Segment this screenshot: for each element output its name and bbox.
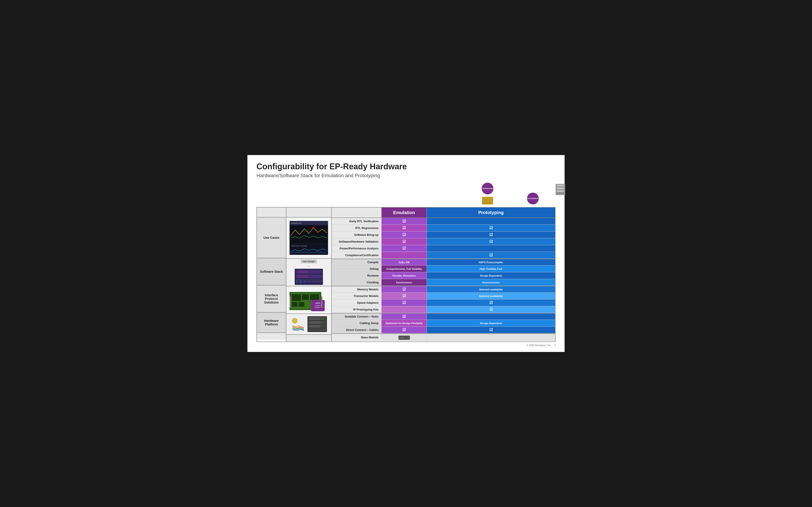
emulation-cell (382, 306, 427, 313)
svg-point-64 (408, 337, 409, 338)
img-header (286, 208, 331, 218)
emulation-badge-area: ZeBu SoftwareEmulation (465, 183, 510, 207)
svg-rect-26 (296, 279, 322, 283)
svg-rect-55 (309, 317, 320, 320)
svg-rect-46 (321, 296, 322, 308)
feature-name: Cabling Setup (332, 320, 382, 326)
svg-rect-29 (310, 271, 321, 273)
table-row: Base Module (332, 333, 555, 341)
svg-rect-36 (292, 294, 301, 301)
img-ips: HAPS CONNECT MEMBER (286, 286, 331, 314)
prototyping-col-header: Prototyping (427, 208, 555, 218)
table-row: Clocking Synchronous Asynchronous (332, 279, 555, 286)
cat-software-stack: Software Stack (257, 258, 286, 285)
svg-rect-45 (290, 296, 291, 308)
slide-title: Configurability for EP-Ready Hardware (256, 162, 556, 171)
category-column: Use Cases Software Stack Interface Proto… (257, 208, 286, 342)
svg-rect-28 (297, 275, 309, 278)
prototyping-cell: HAPS Protocompiler (427, 259, 555, 265)
prototyping-cell: High Visibility, Fast (427, 266, 555, 272)
cat-base (257, 333, 286, 340)
emulation-badge: ZeBu SoftwareEmulation (482, 183, 494, 194)
svg-rect-38 (310, 294, 319, 300)
svg-rect-30 (310, 275, 321, 278)
prototyping-cell (427, 314, 555, 320)
use-cases-img-svg: GeekBench Peak Power Threshold (289, 220, 329, 256)
emulation-cell: Flexible, Relocation (382, 272, 427, 279)
svg-point-58 (321, 318, 322, 319)
feature-name: Software Bring-up (332, 232, 382, 238)
prototyping-cell: ☑ (427, 306, 555, 313)
emulation-cell: Comprehensive, Full Visibility (382, 266, 427, 272)
hw-cables-svg (290, 315, 306, 333)
feature-name: Runtime (332, 272, 382, 279)
svg-point-49 (293, 319, 297, 323)
main-table: Use Cases Software Stack Interface Proto… (256, 207, 556, 342)
feature-name: Power/Performance Analysis (332, 245, 382, 252)
svg-rect-13 (557, 188, 564, 189)
prototyping-cell: Design Dependent (427, 272, 555, 279)
svg-point-19 (312, 227, 314, 229)
svg-rect-57 (309, 325, 320, 328)
emulation-col-header: Emulation (382, 208, 427, 218)
svg-rect-40 (299, 302, 304, 307)
svg-rect-39 (292, 302, 298, 307)
table-row: Runtime Flexible, Relocation Design Depe… (332, 272, 555, 279)
emulation-cell: ☑ (382, 314, 427, 320)
prototyping-hw-image (554, 183, 567, 196)
svg-rect-27 (297, 271, 309, 273)
emulation-cell (382, 252, 427, 259)
svg-rect-12 (557, 185, 564, 186)
cat-hardware-platform: Hardware Platform (257, 313, 286, 333)
svg-rect-37 (302, 294, 309, 300)
prototyping-badge-area: HAPSProtoCompilerPrototyping (510, 183, 556, 207)
cat-header (257, 208, 286, 218)
prototyping-cell (427, 334, 555, 341)
prototyping-badge: HAPSProtoCompilerPrototyping (527, 192, 539, 205)
svg-point-59 (323, 318, 323, 319)
svg-text:CONNECT: CONNECT (314, 305, 321, 306)
svg-text:HAPS: HAPS (315, 302, 320, 304)
table-row: Speed Adaptors ☑ ☑ (332, 299, 555, 306)
table-row: Compliance/Certification ☑ (332, 252, 555, 259)
feature-name: Clocking (332, 279, 382, 286)
img-base (286, 335, 331, 342)
feature-data-area: Emulation Prototyping Early RTL Verifica… (332, 208, 555, 342)
prototyping-cell: Selected availability (427, 286, 555, 292)
table-row: Scalable Connect – Hubs ☑ (332, 313, 555, 320)
table-row: Software Bring-up ☑ ☑ (332, 232, 555, 238)
prototyping-cell: ☑ (427, 327, 555, 333)
emulation-cell: Synchronous (382, 279, 427, 286)
emulation-cell: ☑ (382, 218, 427, 225)
feature-name: Transactor Models (332, 293, 382, 299)
prototyping-cell: Design Dependent (427, 320, 555, 326)
svg-rect-63 (400, 337, 404, 339)
table-row: Power/Performance Analysis ☑ (332, 245, 555, 252)
emulation-cell: ☑ (382, 225, 427, 231)
img-sw-stack: User Design → (286, 259, 331, 286)
table-row: IP Prototyping Kits ☑ (332, 306, 555, 313)
table-row: Compile ZeBu SW HAPS Protocompiler (332, 259, 555, 266)
emulation-cell: ☑ (382, 293, 427, 299)
emulation-cell: ☑ (382, 238, 427, 245)
emulation-cell: ☑ (382, 286, 427, 292)
slide: Configurability for EP-Ready Hardware Ha… (247, 155, 565, 352)
emulation-cell: ☑ (382, 245, 427, 252)
emulation-cell: ☑ (382, 299, 427, 306)
svg-text:GeekBench: GeekBench (291, 222, 301, 224)
ips-img-svg: HAPS CONNECT MEMBER (289, 287, 329, 313)
cat-ips: Interface Protocol Solutions (257, 285, 286, 313)
feature-name: Speed Adaptors (332, 299, 382, 306)
svg-rect-18 (290, 225, 327, 243)
hw-chassis-svg (307, 315, 327, 333)
user-design-label: User Design (301, 260, 317, 263)
feature-name: Direct Connect – Cables (332, 327, 382, 333)
feature-name: Memory Models (332, 286, 382, 292)
feature-name: Debug (332, 266, 382, 272)
prototyping-cell: Selected availability (427, 293, 555, 299)
svg-point-60 (321, 322, 322, 323)
table-row: Software/Hardware Validation ☑ ☑ (332, 238, 555, 245)
slide-subtitle: Hardware/Software Stack for Emulation an… (256, 173, 556, 179)
table-rows-container: Early RTL Verification ☑ RTL Regressions… (332, 218, 555, 342)
table-row: Memory Models ☑ Selected availability (332, 286, 555, 293)
